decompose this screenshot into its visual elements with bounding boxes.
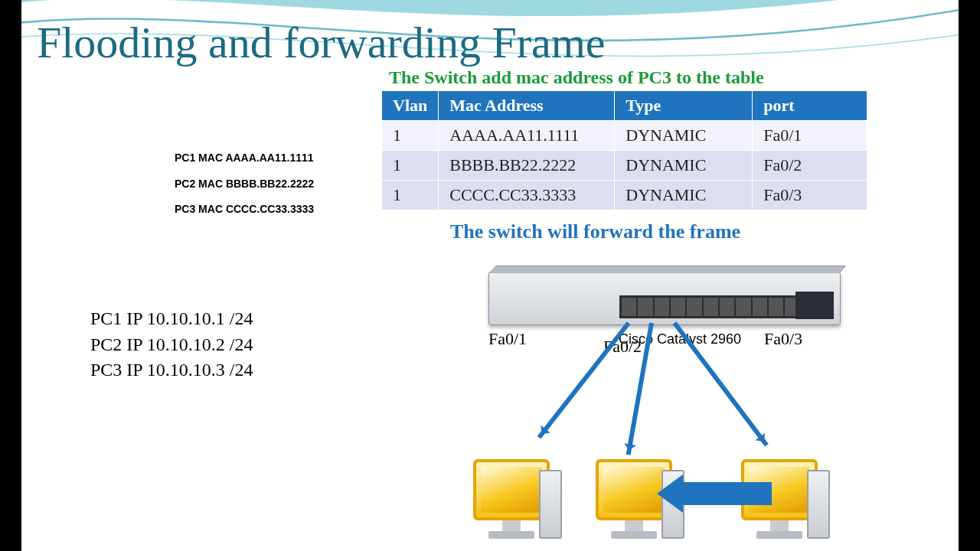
col-vlan-header: Vlan (382, 91, 439, 121)
col-port-header: port (753, 91, 867, 121)
cell-type: DYNAMIC (615, 151, 753, 181)
pc-ip-list: PC1 IP 10.10.10.1 /24 PC2 IP 10.10.10.2 … (90, 306, 253, 383)
switch-uplinks-icon (795, 292, 834, 319)
cell-mac: CCCC.CC33.3333 (439, 181, 615, 210)
table-row: 1 AAAA.AA11.1111 DYNAMIC Fa0/1 (382, 121, 867, 151)
cell-port: Fa0/1 (753, 121, 867, 151)
switch-icon (488, 272, 841, 325)
cell-mac: BBBB.BB22.2222 (439, 151, 615, 181)
pc-ip-line: PC1 IP 10.10.10.1 /24 (90, 306, 253, 332)
pc-mac-line: PC3 MAC CCCC.CC33.3333 (175, 197, 314, 223)
switch-ports-icon (619, 295, 818, 318)
pc-ip-line: PC2 IP 10.10.10.2 /24 (90, 332, 253, 358)
pc-mac-list: PC1 MAC AAAA.AA11.1111 PC2 MAC BBBB.BB22… (175, 145, 314, 223)
cell-type: DYNAMIC (615, 181, 753, 210)
cell-vlan: 1 (382, 181, 439, 210)
forward-arrow-icon (657, 474, 772, 513)
col-type-header: Type (615, 91, 753, 121)
pc-mac-line: PC1 MAC AAAA.AA11.1111 (175, 145, 314, 171)
pc-ip-line: PC3 IP 10.10.10.3 /24 (90, 357, 253, 383)
pc1-icon (466, 459, 557, 539)
table-row: 1 BBBB.BB22.2222 DYNAMIC Fa0/2 (382, 151, 867, 181)
cell-vlan: 1 (382, 121, 439, 151)
cell-vlan: 1 (382, 151, 439, 181)
port-label-fa01: Fa0/1 (488, 329, 527, 349)
cell-port: Fa0/2 (753, 151, 867, 181)
cell-mac: AAAA.AA11.1111 (439, 121, 615, 151)
table-row: 1 CCCC.CC33.3333 DYNAMIC Fa0/3 (382, 181, 867, 210)
cell-port: Fa0/3 (753, 181, 867, 210)
mac-address-table: Vlan Mac Address Type port 1 AAAA.AA11.1… (381, 90, 867, 210)
port-label-fa03: Fa0/3 (764, 329, 802, 349)
caption-forward: The switch will forward the frame (450, 220, 740, 243)
link-arrow-icon (537, 321, 631, 439)
caption-add-mac: The Switch add mac address of PC3 to the… (389, 67, 764, 88)
pc-mac-line: PC2 MAC BBBB.BB22.2222 (175, 171, 314, 197)
cell-type: DYNAMIC (615, 121, 753, 151)
slide-title: Flooding and forwarding Frame (37, 17, 606, 68)
network-diagram: Cisco Catalyst 2960 Fa0/1 Fa0/2 Fa0/3 (404, 260, 925, 543)
table-header-row: Vlan Mac Address Type port (382, 91, 867, 121)
slide: Flooding and forwarding Frame The Switch… (21, 0, 959, 551)
col-mac-header: Mac Address (439, 91, 615, 121)
